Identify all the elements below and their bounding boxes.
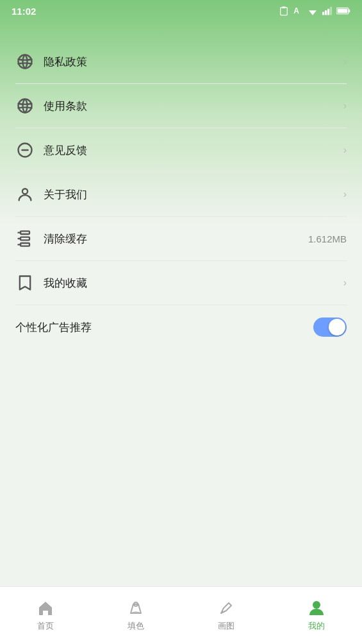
cache-item[interactable]: 清除缓存 1.612MB	[0, 217, 362, 260]
svg-rect-10	[349, 10, 350, 13]
nav-draw[interactable]: 画图	[181, 593, 272, 632]
svg-rect-6	[325, 10, 327, 15]
home-icon	[36, 598, 55, 618]
svg-point-24	[313, 601, 320, 609]
feedback-item[interactable]: 意见反馈 ›	[0, 128, 362, 172]
bottom-nav: 首页 填色 画图 我的	[0, 586, 362, 644]
about-icon	[15, 185, 35, 204]
font-icon: A	[293, 6, 303, 16]
privacy-chevron: ›	[343, 56, 347, 67]
home-label: 首页	[37, 620, 54, 632]
ads-item[interactable]: 个性化广告推荐	[0, 305, 362, 349]
status-bar: 11:02 A	[0, 0, 362, 21]
svg-point-12	[19, 55, 32, 69]
privacy-label: 隐私政策	[44, 55, 87, 69]
fill-icon	[126, 598, 145, 618]
status-time: 11:02	[12, 6, 36, 17]
favorites-chevron: ›	[343, 277, 347, 289]
ads-label: 个性化广告推荐	[15, 320, 92, 335]
signal-icon	[322, 6, 333, 15]
favorites-icon	[15, 273, 35, 292]
mine-icon	[307, 598, 326, 618]
draw-icon	[217, 598, 236, 618]
svg-rect-19	[21, 243, 29, 246]
terms-chevron: ›	[343, 100, 347, 112]
favorites-item[interactable]: 我的收藏 ›	[0, 261, 362, 305]
cache-label: 清除缓存	[44, 232, 87, 246]
svg-rect-5	[322, 12, 324, 15]
terms-icon	[15, 96, 35, 115]
draw-label: 画图	[218, 620, 234, 632]
svg-marker-3	[309, 10, 317, 15]
svg-point-13	[19, 99, 32, 113]
favorites-label: 我的收藏	[44, 276, 87, 291]
about-chevron: ›	[343, 189, 347, 200]
ads-toggle[interactable]	[313, 318, 347, 337]
nav-home[interactable]: 首页	[0, 593, 90, 632]
svg-point-16	[22, 189, 28, 194]
svg-rect-1	[281, 8, 288, 15]
status-icons: A	[279, 6, 350, 16]
cache-icon	[15, 229, 35, 248]
battery-icon	[336, 7, 350, 15]
cache-value: 1.612MB	[308, 233, 347, 244]
svg-rect-11	[338, 9, 348, 13]
about-item[interactable]: 关于我们 ›	[0, 173, 362, 216]
feedback-label: 意见反馈	[44, 143, 87, 158]
privacy-icon	[15, 52, 35, 71]
feedback-icon	[15, 140, 35, 160]
menu-content: 隐私政策 › 使用条款 ›	[0, 21, 362, 349]
svg-rect-8	[330, 7, 332, 15]
nav-mine[interactable]: 我的	[272, 593, 362, 632]
clipboard-icon	[279, 6, 289, 16]
mine-label: 我的	[308, 620, 325, 632]
fill-label: 填色	[128, 620, 144, 632]
feedback-chevron: ›	[343, 144, 347, 156]
svg-rect-7	[327, 9, 329, 15]
nav-fill[interactable]: 填色	[90, 593, 181, 632]
about-label: 关于我们	[44, 187, 87, 202]
svg-rect-17	[21, 231, 29, 234]
wifi-icon	[307, 6, 318, 15]
svg-text:A: A	[293, 6, 299, 15]
terms-item[interactable]: 使用条款 ›	[0, 84, 362, 128]
terms-label: 使用条款	[44, 99, 87, 114]
svg-rect-18	[21, 237, 29, 241]
privacy-policy-item[interactable]: 隐私政策 ›	[0, 40, 362, 83]
